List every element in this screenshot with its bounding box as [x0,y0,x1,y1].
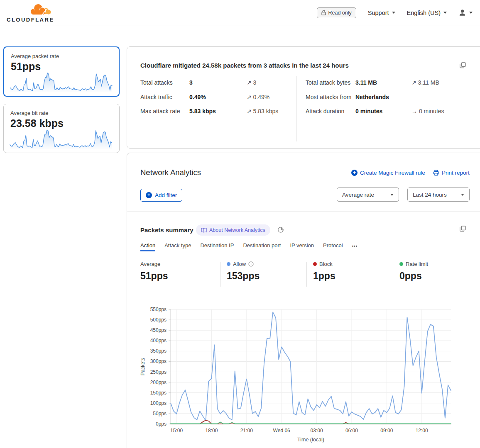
sparkline-chart [10,71,113,93]
svg-text:Time (local): Time (local) [297,437,324,443]
divider [220,262,220,287]
stat-row: Attack duration 0 minutes → 0 minutes [306,107,472,116]
card-label: Average bit rate [10,110,113,116]
kpi-allow: Allow 153pps [227,261,260,282]
trend-flat: → 0 minutes [411,107,472,116]
svg-text:250pps: 250pps [150,369,167,375]
language-menu[interactable]: English (US) [407,10,447,16]
print-report-link[interactable]: Print report [433,170,470,176]
about-network-analytics-pill[interactable]: About Network Analytics [196,224,270,236]
block-dot [313,262,317,266]
packets-summary-title: Packets summary [140,226,193,234]
svg-text:500pps: 500pps [150,317,167,323]
lock-icon [321,10,326,15]
chevron-down-icon [390,194,394,196]
svg-text:09:00: 09:00 [380,428,393,433]
cloudflare-wordmark: CLOUDFLARE [7,17,54,23]
dimension-tabs: ActionAttack typeDestination IPDestinati… [140,242,358,251]
top-header: CLOUDFLARE Read only Support English (US… [0,0,480,25]
svg-text:21:00: 21:00 [240,428,253,433]
trend-up: ↗ 0.49% [247,93,290,102]
svg-text:150pps: 150pps [150,390,167,396]
attack-summary-title: Cloudflare mitigated 24.58k packets from… [140,62,398,69]
header-actions: Read only Support English (US) [317,0,473,25]
card-average-bit-rate[interactable]: Average bit rate 23.58 kbps [3,104,120,153]
metric-select[interactable]: Average rate [337,187,399,202]
cloudflare-logo[interactable]: CLOUDFLARE [7,2,56,24]
kpi-block: Block 1pps [313,261,336,282]
clock-icon[interactable] [277,226,284,233]
packets-chart: 0pps50pps100pps150pps200pps250pps300pps3… [137,307,453,446]
card-average-packet-rate[interactable]: Average packet rate 51pps [3,46,120,97]
stat-row: Total attack bytes 3.11 MB ↗ 3.11 MB [306,78,472,88]
attack-summary-panel: Cloudflare mitigated 24.58k packets from… [127,46,480,149]
line-chart: 0pps50pps100pps150pps200pps250pps300pps3… [137,307,453,444]
kpi-row: Average 51pps Allow 153pps [127,261,480,288]
svg-text:Wed 06: Wed 06 [273,428,290,433]
copy-icon[interactable] [459,62,466,69]
svg-text:100pps: 100pps [150,400,167,406]
support-menu[interactable]: Support [368,10,395,16]
sparkline-chart [10,128,112,149]
divider [306,262,307,287]
chevron-down-icon [392,12,395,14]
tab-ip-version[interactable]: IP version [290,242,314,251]
chevron-down-icon [461,194,464,196]
svg-text:06:00: 06:00 [345,428,358,433]
read-only-badge: Read only [317,7,356,18]
tab-destination-port[interactable]: Destination port [243,242,281,251]
divider [296,76,296,141]
cloudflare-cloud-icon [28,2,52,17]
tab-attack-type[interactable]: Attack type [164,242,191,251]
info-icon[interactable] [248,261,254,267]
stat-row: Attack traffic 0.49% ↗ 0.49% [140,93,290,102]
tab-destination-ip[interactable]: Destination IP [200,242,234,251]
trend-up: ↗ 3.11 MB [411,78,472,88]
stat-row: Most attacks from Netherlands [306,93,472,102]
attack-stats-left: Total attacks 3 ↗ 3 Attack traffic 0.49%… [140,78,290,122]
svg-text:400pps: 400pps [150,338,167,343]
svg-text:450pps: 450pps [150,327,167,333]
user-menu[interactable] [458,9,473,17]
svg-text:Packets: Packets [140,358,146,376]
add-filter-button[interactable]: + Add filter [140,189,182,202]
more-tabs-button[interactable]: ••• [352,244,358,251]
read-only-label: Read only [328,10,352,16]
stat-row: Max attack rate 5.83 kbps ↗ 5.83 kbps [140,107,290,116]
svg-text:15:00: 15:00 [170,428,183,433]
divider [127,212,480,212]
svg-text:18:00: 18:00 [205,428,218,433]
allow-dot [227,262,230,266]
svg-text:550pps: 550pps [150,307,167,312]
create-magic-firewall-rule-link[interactable]: + Create Magic Firewall rule [351,170,425,176]
svg-text:0pps: 0pps [156,421,167,427]
card-label: Average packet rate [11,53,112,59]
trend-up: ↗ 3 [247,78,290,88]
trend-up: ↗ 5.83 kbps [247,107,290,116]
divider [393,262,393,287]
chevron-down-icon [443,12,447,14]
time-range-select[interactable]: Last 24 hours [407,187,470,202]
svg-text:200pps: 200pps [150,380,167,385]
stat-row: Total attacks 3 ↗ 3 [140,78,290,88]
svg-text:300pps: 300pps [150,358,167,364]
rate-limit-dot [399,262,403,266]
copy-icon[interactable] [459,225,466,232]
plus-circle-icon: + [351,170,358,176]
svg-text:350pps: 350pps [150,348,167,354]
attack-stats-right: Total attack bytes 3.11 MB ↗ 3.11 MB Mos… [306,78,472,122]
tab-protocol[interactable]: Protocol [323,242,343,251]
user-icon [458,9,466,17]
tab-action[interactable]: Action [140,242,155,251]
cloudflare-dashboard: CLOUDFLARE Read only Support English (US… [0,0,480,448]
panel-title: Network Analytics [140,168,201,177]
network-analytics-panel: Network Analytics + Create Magic Firewal… [127,153,480,448]
chevron-down-icon [469,12,473,14]
svg-text:03:00: 03:00 [311,428,323,433]
book-icon [201,228,207,233]
plus-circle-icon: + [146,192,152,198]
printer-icon [433,170,439,176]
kpi-average: Average 51pps [140,261,168,282]
kpi-rate-limit: Rate limit 0pps [399,261,428,282]
svg-text:50pps: 50pps [153,411,167,416]
